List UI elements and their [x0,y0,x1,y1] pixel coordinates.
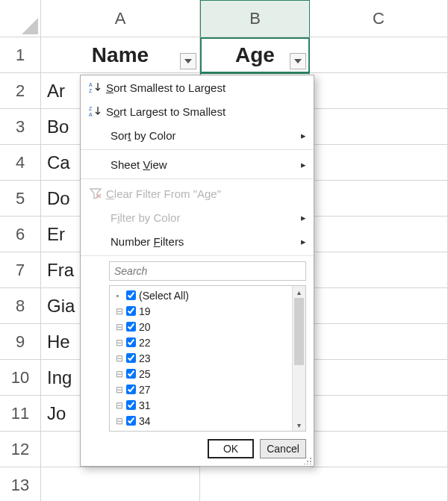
svg-marker-2 [294,59,302,63]
row-header[interactable]: 2 [0,73,41,109]
checkbox[interactable] [126,337,136,347]
cancel-button[interactable]: Cancel [260,439,306,458]
sort-asc-icon: AZ [85,81,106,94]
cell-C4[interactable] [310,145,448,181]
menu-sort-desc[interactable]: ZA Sort Largest to Smallest [81,99,314,123]
row-header[interactable]: 4 [0,145,41,181]
menu-clear-filter: Clear Filter From "Age" [81,181,314,205]
filter-item-label: 27 [139,384,151,396]
filter-item-select-all[interactable]: ▪(Select All) [111,287,290,303]
checkbox[interactable] [126,322,136,332]
filter-item[interactable]: ⊟31 [111,397,290,413]
menu-sort-asc[interactable]: AZ Sort Smallest to Largest [81,75,314,99]
menu-separator [81,149,314,150]
menu-label: Sort Smallest to Largest [106,81,306,94]
svg-marker-0 [22,18,38,34]
filter-item-label: 25 [139,368,151,380]
cell-A13[interactable] [41,467,200,501]
checkbox[interactable] [126,400,136,410]
cell-C9[interactable] [310,324,448,360]
select-all-triangle[interactable] [0,0,41,37]
filter-scrollbar[interactable]: ▴ ▾ [292,286,305,431]
checkbox[interactable] [126,306,136,316]
svg-text:Z: Z [89,106,93,111]
cell-C1[interactable] [310,37,448,73]
scroll-thumb[interactable] [294,298,304,365]
filter-item[interactable]: ⊟23 [111,350,290,366]
row-header[interactable]: 10 [0,360,41,396]
menu-label: Sort by Color [111,129,306,142]
svg-text:Z: Z [89,88,93,93]
svg-marker-1 [184,59,192,63]
column-header-B[interactable]: B [200,0,310,37]
cell-C3[interactable] [310,109,448,145]
sort-desc-icon: ZA [85,105,106,118]
menu-sheet-view[interactable]: Sheet View [81,152,314,176]
filter-button-age[interactable] [290,53,306,69]
filter-item[interactable]: ⊟27 [111,382,290,397]
row-header[interactable]: 8 [0,288,41,324]
row-header[interactable]: 9 [0,324,41,360]
svg-point-12 [310,464,311,464]
cell-B1[interactable]: Age [200,37,310,73]
cell-A1[interactable]: Name [41,37,200,73]
checkbox[interactable] [126,353,136,363]
scroll-down-icon[interactable]: ▾ [293,419,305,431]
filter-item-label: 34 [139,415,151,427]
ok-button[interactable]: OK [208,439,254,458]
filter-item[interactable]: ⊟25 [111,366,290,382]
menu-number-filters[interactable]: Number Filters [81,229,314,253]
cell-C2[interactable] [310,73,448,109]
menu-sort-by-color[interactable]: Sort by Color [81,123,314,147]
row-header[interactable]: 7 [0,252,41,288]
filter-search-input[interactable] [109,261,306,281]
filter-item-label: (Select All) [139,290,189,302]
checkbox[interactable] [126,385,136,394]
filter-item[interactable]: ⊟22 [111,334,290,350]
cell-C5[interactable] [310,181,448,217]
cell-C7[interactable] [310,252,448,288]
row-header[interactable]: 3 [0,109,41,145]
row-header[interactable]: 5 [0,181,41,217]
row-header[interactable]: 11 [0,396,41,432]
resize-grip-icon[interactable] [303,455,312,464]
column-header-A[interactable]: A [41,0,200,37]
svg-point-9 [310,461,311,462]
menu-filter-by-color: Filter by Color [81,205,314,229]
cell-C13[interactable] [310,467,448,501]
cell-C12[interactable] [310,432,448,467]
menu-separator [81,178,314,179]
filter-button-name[interactable] [180,53,196,69]
scroll-up-icon[interactable]: ▴ [293,286,305,298]
checkbox[interactable] [126,369,136,379]
cell-C10[interactable] [310,360,448,396]
menu-label: Sort Largest to Smallest [106,105,306,118]
cell-C11[interactable] [310,396,448,432]
row-header[interactable]: 6 [0,217,41,252]
svg-text:A: A [89,82,93,87]
clear-filter-icon [85,187,106,200]
checkbox[interactable] [126,416,136,426]
row-header[interactable]: 13 [0,467,41,501]
column-header-C[interactable]: C [310,0,448,37]
autofilter-menu: AZ Sort Smallest to Largest ZA Sort Larg… [80,75,314,467]
menu-label: Number Filters [111,235,306,248]
filter-item-label: 20 [139,321,151,333]
header-age: Age [235,43,275,67]
filter-item[interactable]: ⊟19 [111,303,290,319]
row-header[interactable]: 12 [0,432,41,467]
svg-point-8 [307,461,308,462]
header-name: Name [92,43,149,67]
menu-label: Clear Filter From "Age" [106,187,306,200]
row-header[interactable]: 1 [0,37,41,73]
filter-item-label: 19 [139,305,151,317]
menu-label: Filter by Color [111,211,306,224]
svg-point-10 [304,464,305,464]
filter-item[interactable]: ⊟20 [111,319,290,334]
cell-C6[interactable] [310,217,448,252]
checkbox[interactable] [126,290,136,300]
filter-item[interactable]: ⊟34 [111,413,290,429]
filter-item-label: 22 [139,337,151,349]
cell-C8[interactable] [310,288,448,324]
menu-label: Sheet View [111,158,306,171]
